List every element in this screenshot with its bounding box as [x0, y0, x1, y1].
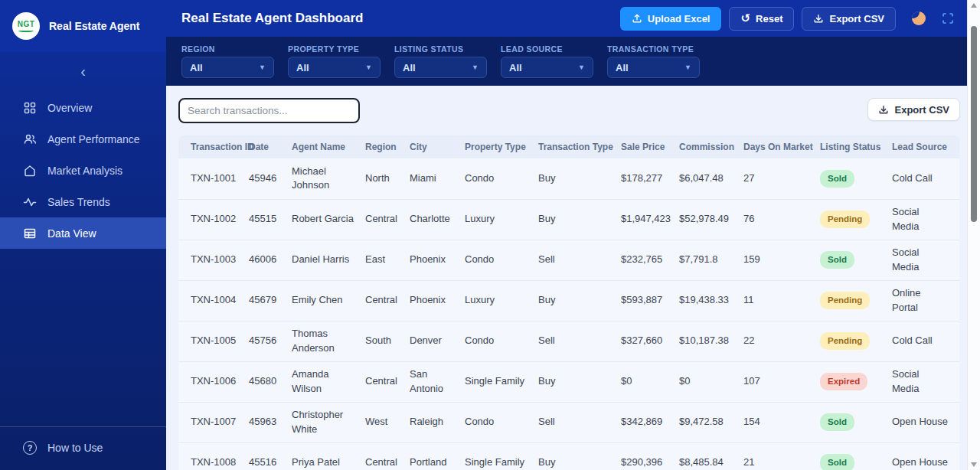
column-header: Lead Source: [892, 135, 959, 158]
sidebar: NGT Real Estate Agent ‹ Overview Agent P…: [0, 0, 166, 470]
sidebar-item-agent-performance[interactable]: Agent Performance: [0, 123, 166, 155]
listing-status-select-value: All: [403, 62, 416, 73]
table-cell-sale-price: $327,660: [621, 321, 679, 361]
table-cell-lead-source: Social Media: [892, 240, 959, 280]
table-row: TXN-100845516Priya PatelCentralPortlandS…: [178, 442, 959, 470]
table-cell-property-type: Condo: [465, 402, 538, 442]
table-cell-region: Central: [365, 442, 410, 470]
table-cell-transaction-id: TXN-1005: [178, 321, 249, 361]
column-header: Region: [365, 135, 410, 158]
table-cell-property-type: Single Family: [465, 361, 538, 402]
status-badge: Sold: [820, 251, 854, 269]
column-header: Listing Status: [820, 135, 892, 158]
brand-logo: NGT: [12, 12, 40, 40]
moon-icon: [912, 11, 926, 25]
table-cell-property-type: Luxury: [465, 280, 538, 321]
collapse-sidebar-icon[interactable]: ‹: [73, 62, 93, 80]
table-cell-property-type: Single Family: [465, 442, 538, 470]
status-badge: Pending: [820, 292, 870, 309]
region-select-value: All: [190, 62, 203, 73]
lead-source-select[interactable]: All ▼: [501, 57, 593, 78]
table-cell-region: South: [365, 321, 410, 361]
people-icon: [23, 132, 37, 146]
reset-icon: ↺: [740, 13, 750, 24]
content-toolbar: Export CSV: [178, 98, 960, 123]
table-cell-transaction-id: TXN-1003: [178, 240, 249, 280]
table-cell-agent-name: Thomas Anderson: [292, 321, 365, 361]
column-header: Sale Price: [621, 135, 679, 158]
scrollbar-up-arrow[interactable]: [971, 3, 977, 8]
table-cell-listing-status: Expired: [820, 361, 892, 402]
scrollbar-down-arrow[interactable]: [971, 462, 977, 467]
column-header: Commission: [679, 135, 743, 158]
brand-name: Real Estate Agent: [49, 20, 140, 32]
export-csv-header-button[interactable]: Export CSV: [802, 7, 896, 31]
chevron-down-icon: ▼: [365, 64, 372, 71]
status-badge: Pending: [820, 211, 870, 228]
upload-excel-label: Upload Excel: [648, 13, 710, 24]
table-cell-commission: $8,485.84: [679, 442, 743, 470]
table-cell-city: Raleigh: [410, 402, 465, 442]
sidebar-item-sales-trends[interactable]: Sales Trends: [0, 186, 166, 217]
table-cell-city: Phoenix: [410, 280, 465, 321]
transactions-table: Transaction IDDateAgent NameRegionCityPr…: [178, 135, 959, 470]
table-row: TXN-100745963Christopher WhiteWestRaleig…: [178, 402, 959, 442]
status-badge: Sold: [820, 454, 854, 470]
sidebar-item-data-view[interactable]: Data View: [0, 217, 166, 249]
export-csv-label: Export CSV: [894, 104, 949, 116]
filter-label: TRANSACTION TYPE: [607, 44, 700, 54]
table-cell-transaction-id: TXN-1004: [178, 280, 249, 321]
table-cell-lead-source: Cold Call: [892, 321, 959, 361]
table-cell-agent-name: Amanda Wilson: [292, 361, 365, 402]
theme-toggle[interactable]: [910, 9, 928, 28]
table-cell-commission: $19,438.33: [679, 280, 743, 321]
table-cell-date: 45515: [249, 199, 292, 240]
filter-bar: REGION All ▼ PROPERTY TYPE All ▼ LISTING…: [166, 37, 980, 86]
table-cell-commission: $6,047.48: [679, 158, 743, 199]
table-cell-agent-name: Emily Chen: [292, 280, 365, 321]
sidebar-item-label: How to Use: [47, 442, 103, 454]
table-row: TXN-100245515Robert GarciaCentralCharlot…: [178, 199, 959, 240]
scrollbar-thumb[interactable]: [971, 26, 977, 222]
table-cell-date: 46006: [249, 240, 292, 280]
table-cell-city: Portland: [410, 442, 465, 470]
transaction-type-select[interactable]: All ▼: [607, 57, 700, 78]
table-cell-transaction-id: TXN-1007: [178, 402, 249, 442]
property-type-select[interactable]: All ▼: [288, 57, 381, 78]
table-cell-sale-price: $178,277: [621, 158, 679, 199]
table-cell-city: Charlotte: [410, 199, 465, 240]
region-select[interactable]: All ▼: [181, 57, 274, 78]
sidebar-item-market-analysis[interactable]: Market Analysis: [0, 155, 166, 186]
listing-status-select[interactable]: All ▼: [394, 57, 487, 78]
filter-transaction-type: TRANSACTION TYPE All ▼: [607, 44, 700, 78]
table-cell-transaction-id: TXN-1008: [178, 442, 249, 470]
sidebar-item-how-to-use[interactable]: ? How to Use: [23, 441, 166, 455]
table-cell-listing-status: Pending: [820, 321, 892, 361]
table-cell-lead-source: Social Media: [892, 361, 959, 402]
table-cell-commission: $10,187.38: [679, 321, 743, 361]
logo-swoosh: [18, 29, 34, 32]
export-csv-button[interactable]: Export CSV: [867, 98, 960, 121]
table-cell-date: 45946: [249, 158, 292, 199]
table-cell-property-type: Condo: [465, 240, 538, 280]
table-cell-transaction-type: Buy: [538, 158, 621, 199]
download-icon: [813, 13, 824, 24]
upload-excel-button[interactable]: Upload Excel: [620, 7, 722, 31]
search-input[interactable]: [178, 98, 360, 123]
sidebar-item-label: Overview: [47, 102, 92, 114]
table-cell-transaction-type: Sell: [538, 240, 621, 280]
table-cell-days-on-market: 21: [743, 442, 820, 470]
table-cell-days-on-market: 22: [743, 321, 820, 361]
sidebar-item-overview[interactable]: Overview: [0, 92, 166, 123]
fullscreen-button[interactable]: [939, 9, 957, 28]
reset-button[interactable]: ↺ Reset: [729, 7, 794, 31]
table-cell-listing-status: Pending: [820, 280, 892, 321]
table-cell-commission: $52,978.49: [679, 199, 743, 240]
table-cell-days-on-market: 107: [743, 361, 820, 402]
table-cell-region: East: [365, 240, 410, 280]
table-cell-lead-source: Open House: [892, 442, 959, 470]
table-cell-city: Phoenix: [410, 240, 465, 280]
table-cell-agent-name: Christopher White: [292, 402, 365, 442]
property-type-select-value: All: [296, 62, 309, 73]
home-icon: [23, 164, 37, 178]
